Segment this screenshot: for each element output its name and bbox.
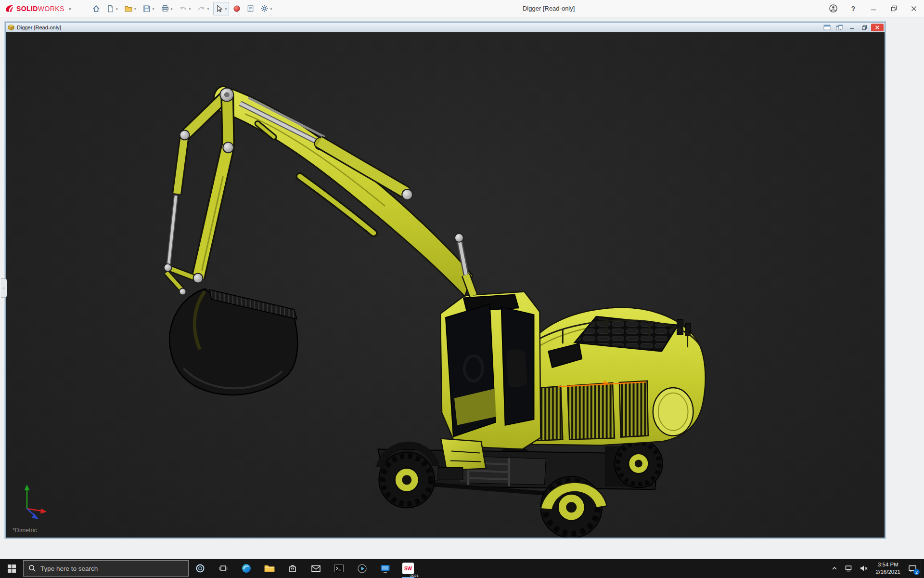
redo-icon bbox=[197, 5, 205, 13]
solidworks-logo: SOLIDWORKS bbox=[0, 4, 68, 13]
dropdown-caret-icon[interactable]: ▼ bbox=[170, 8, 173, 11]
undo-icon bbox=[179, 5, 188, 13]
display-app-icon bbox=[380, 564, 390, 573]
dropdown-caret-icon[interactable]: ▼ bbox=[206, 8, 209, 11]
taskbar-search[interactable] bbox=[23, 560, 189, 577]
document-window-controls bbox=[821, 24, 884, 31]
display-app-button[interactable] bbox=[373, 559, 397, 578]
home-button[interactable] bbox=[90, 2, 103, 15]
cortana-button[interactable] bbox=[189, 559, 212, 578]
titlebar-controls: ? bbox=[823, 0, 924, 17]
doc-restore-button[interactable] bbox=[859, 24, 870, 31]
network-button[interactable] bbox=[841, 559, 856, 578]
help-icon: ? bbox=[851, 5, 856, 13]
app-window-title: Digger [Read-only] bbox=[274, 5, 823, 12]
wheel-front-left[interactable] bbox=[379, 452, 435, 508]
document-window: Digger [Read-only] bbox=[5, 22, 886, 539]
media-player-button[interactable] bbox=[350, 559, 373, 578]
bucket[interactable] bbox=[169, 289, 297, 394]
seat bbox=[506, 349, 527, 387]
taskbar-clock[interactable]: 3:54 PM 2/16/2021 bbox=[872, 561, 905, 576]
store-icon bbox=[288, 564, 297, 573]
excavator-model[interactable] bbox=[6, 32, 885, 538]
system-tray: 3:54 PM 2/16/2021 2 bbox=[828, 559, 924, 578]
dropdown-caret-icon[interactable]: ▼ bbox=[134, 8, 137, 11]
undo-button[interactable]: ▼ bbox=[177, 2, 193, 15]
hidden-icons-button[interactable] bbox=[828, 559, 841, 578]
windows-taskbar: SW 2021 3: bbox=[0, 559, 924, 578]
solidworks-taskbar-button[interactable]: SW 2021 bbox=[397, 559, 420, 578]
orientation-triad bbox=[13, 481, 59, 521]
toolbar-expand-arrow[interactable]: ▸ bbox=[68, 6, 77, 11]
dropdown-caret-icon[interactable]: ▼ bbox=[189, 8, 192, 11]
edge-button[interactable] bbox=[235, 559, 258, 578]
dropdown-caret-icon[interactable]: ▼ bbox=[116, 8, 118, 11]
rebuild-button[interactable] bbox=[231, 2, 243, 15]
view-orientation-label: *Dimetric bbox=[13, 527, 37, 534]
new-document-button[interactable]: ▼ bbox=[104, 2, 120, 15]
close-button[interactable] bbox=[904, 0, 924, 17]
restore-button[interactable] bbox=[884, 0, 904, 17]
help-button[interactable]: ? bbox=[843, 0, 863, 17]
task-view-button[interactable] bbox=[212, 559, 235, 578]
assembly-document-icon bbox=[8, 24, 14, 31]
account-button[interactable] bbox=[823, 0, 843, 17]
print-button[interactable]: ▼ bbox=[159, 2, 175, 15]
store-button[interactable] bbox=[281, 559, 304, 578]
start-button[interactable] bbox=[0, 559, 23, 578]
action-center-button[interactable]: 2 bbox=[905, 559, 921, 578]
arrange-windows-icon bbox=[836, 25, 843, 30]
upper-body[interactable] bbox=[518, 307, 706, 445]
document-titlebar[interactable]: Digger [Read-only] bbox=[6, 23, 885, 32]
bucket-cylinder[interactable] bbox=[168, 135, 185, 267]
graphics-viewport[interactable]: *Dimetric bbox=[6, 32, 885, 538]
print-icon bbox=[161, 4, 169, 13]
save-button[interactable]: ▼ bbox=[141, 2, 157, 15]
minimize-icon bbox=[871, 6, 876, 12]
wheel-rear-right[interactable] bbox=[615, 440, 663, 488]
doc-arrange-button[interactable] bbox=[834, 24, 845, 31]
task-view-icon bbox=[218, 564, 228, 573]
quick-access-toolbar: ▼ ▼ ▼ bbox=[90, 2, 275, 15]
select-cursor-icon bbox=[215, 4, 223, 13]
dropdown-caret-icon[interactable]: ▼ bbox=[152, 8, 155, 11]
close-icon bbox=[911, 6, 917, 12]
mail-button[interactable] bbox=[304, 559, 327, 578]
select-tool-button[interactable]: ▼ bbox=[213, 2, 229, 15]
account-icon bbox=[829, 4, 838, 13]
doc-close-button[interactable] bbox=[871, 24, 884, 31]
dropdown-caret-icon[interactable]: ▼ bbox=[270, 8, 272, 11]
search-input[interactable] bbox=[40, 565, 183, 572]
new-document-icon bbox=[106, 4, 115, 13]
terminal-button[interactable] bbox=[327, 559, 350, 578]
notification-badge: 2 bbox=[913, 569, 920, 575]
stick-arm[interactable] bbox=[185, 95, 229, 278]
chevron-up-icon bbox=[831, 565, 838, 571]
doc-new-window-button[interactable] bbox=[821, 24, 833, 31]
file-explorer-button[interactable] bbox=[258, 559, 281, 578]
brand-wordmark: SOLIDWORKS bbox=[16, 5, 64, 13]
edge-icon bbox=[241, 563, 252, 574]
solidworks-app: SOLIDWORKS ▸ ▼ ▼ bbox=[0, 0, 924, 578]
doc-minimize-button[interactable] bbox=[846, 24, 858, 31]
boom[interactable] bbox=[214, 86, 473, 297]
file-properties-button[interactable] bbox=[244, 2, 257, 15]
show-desktop-button[interactable] bbox=[921, 559, 924, 578]
solidworks-app-icon: SW bbox=[402, 563, 414, 574]
volume-button[interactable] bbox=[856, 559, 872, 578]
network-icon bbox=[845, 565, 853, 572]
volume-muted-icon bbox=[860, 565, 868, 572]
options-button[interactable]: ▼ bbox=[258, 2, 274, 15]
save-icon bbox=[142, 4, 151, 13]
redo-button[interactable]: ▼ bbox=[195, 2, 211, 15]
restore-icon bbox=[862, 25, 867, 30]
minimize-button[interactable] bbox=[863, 0, 884, 17]
search-icon bbox=[28, 565, 36, 572]
open-button[interactable]: ▼ bbox=[122, 2, 139, 15]
gear-icon bbox=[260, 4, 269, 13]
file-properties-icon bbox=[246, 4, 255, 13]
rebuild-icon bbox=[233, 5, 241, 13]
app-titlebar: SOLIDWORKS ▸ ▼ ▼ bbox=[0, 0, 924, 17]
feature-pane-collapse-handle[interactable]: ‹ bbox=[1, 278, 7, 298]
dropdown-caret-icon[interactable]: ▼ bbox=[224, 8, 227, 11]
